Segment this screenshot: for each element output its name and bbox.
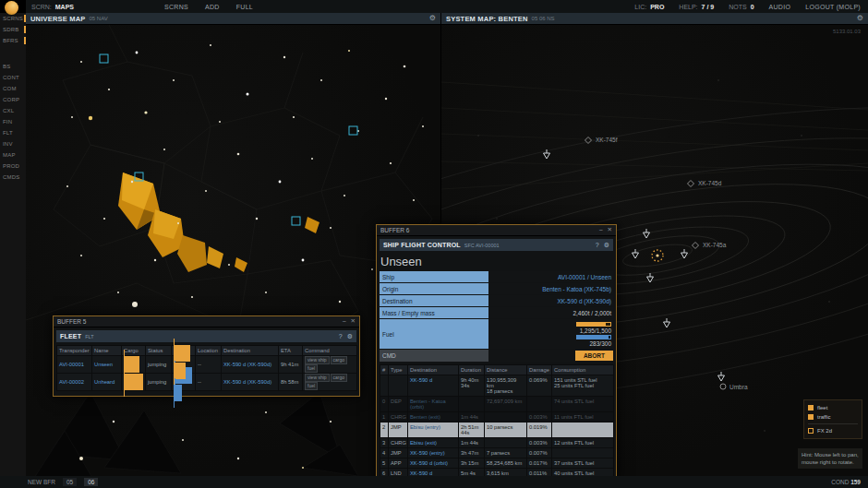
star-benten[interactable] (652, 250, 663, 261)
sidebar-item-map[interactable]: MAP (0, 149, 26, 161)
command-cell: view shipcargofuel (303, 356, 357, 374)
segment-destination-link[interactable]: Benten (exit) (410, 414, 440, 420)
fleet-section-header: FLEET FLT ? ⚙ (56, 330, 356, 342)
view-ship-button[interactable]: view ship (305, 356, 330, 364)
sidebar-item-flt[interactable]: FLT (0, 127, 26, 138)
buffer-tab-06[interactable]: 06 (84, 478, 98, 486)
transponder-link[interactable]: AVI-00002 (59, 379, 84, 385)
close-icon[interactable]: ✕ (608, 227, 612, 233)
fuel-button[interactable]: fuel (305, 382, 318, 390)
flight-segment-row: 1CHRG Benten (exit) 1m 44s 0.003%11 unit… (380, 412, 614, 423)
ship-name-link[interactable]: Unheard (94, 379, 115, 385)
help-label[interactable]: HELP: (679, 4, 697, 10)
audio-button[interactable]: AUDIO (769, 4, 791, 10)
field-origin: Origin Benten - Katoa (XK-745b) (380, 283, 613, 294)
universe-map-title: UNIVERSE MAP (30, 15, 86, 23)
gear-icon[interactable]: ⚙ (429, 15, 436, 22)
minimize-icon[interactable]: – (343, 318, 346, 325)
origin-link[interactable]: Benten - Katoa (XK-745b) (542, 286, 611, 292)
sidebar-item-com[interactable]: COM (0, 83, 26, 94)
segment-destination-link[interactable]: Ebisu (exit) (410, 440, 437, 446)
ship-name-heading: Unseen (380, 255, 612, 268)
sidebar-item-prod[interactable]: PROD (0, 161, 26, 172)
segment-destination-link[interactable]: XK-590 d (orbit) (410, 460, 448, 466)
destination-link[interactable]: XK-590 d (XK-590d) (557, 298, 611, 304)
flight-segment-row: 5APP XK-590 d (orbit) 3h 15m58,254,685 k… (380, 458, 614, 469)
sidebar-item-sdrb[interactable]: SDRB (0, 24, 26, 35)
sector-mesh (26, 25, 432, 348)
cargo-button[interactable]: cargo (331, 374, 348, 382)
nots-label[interactable]: NOTS (729, 4, 746, 10)
apex-logo-icon[interactable] (5, 1, 18, 15)
screens-button[interactable]: SCRNS (164, 4, 188, 10)
screen-value[interactable]: MAPS (55, 4, 74, 10)
buffer5-title: BUFFER 5 (57, 318, 86, 325)
top-bar: SCRN: MAPS SCRNS ADD FULL LIC: PRO HELP:… (0, 0, 868, 13)
legend-option-traffic[interactable]: traffic (808, 412, 858, 422)
segment-destination-link[interactable]: Benten - Katoa (orbit) (410, 399, 446, 410)
segment-destination-link[interactable]: XK-590 (entry) (410, 450, 445, 456)
gear-icon[interactable]: ⚙ (604, 242, 609, 249)
eta-cell: 9h 41m (279, 356, 303, 374)
help-icon[interactable]: ? (339, 333, 343, 340)
destination-link[interactable]: XK-590 d (XK-590d) (223, 379, 271, 385)
transponder-link[interactable]: AVI-00001 (59, 362, 84, 367)
ftl-fuel-bar (576, 335, 611, 339)
fleet-header-row: TransponderName CargoStatus FuelLocation… (57, 346, 357, 356)
system-map-cmd: 05 06 NS (532, 16, 555, 21)
ship-name-link[interactable]: Unseen (94, 362, 113, 367)
sidebar-item-corp[interactable]: CORP (0, 94, 26, 105)
field-cmd: CMD ABORT (380, 350, 613, 362)
buffer6-titlebar[interactable]: BUFFER 6 – ✕ (377, 225, 616, 236)
fleet-row: AVI-00002 Unheard jumping -- XK-590 d (X… (57, 374, 357, 391)
buffer-tab-05[interactable]: 05 (63, 478, 77, 486)
sfc-section-header: SHIP FLIGHT CONTROL SFC AVI-00001 ? ⚙ (380, 239, 613, 251)
fuel-button[interactable]: fuel (305, 364, 318, 373)
checkbox-icon (808, 405, 814, 411)
close-icon[interactable]: ✕ (351, 318, 356, 325)
ship-link[interactable]: AVI-00001 / Unseen (558, 274, 611, 280)
destination-link[interactable]: XK-590 d (XK-590d) (223, 362, 271, 367)
legend-option-fleet[interactable]: fleet (808, 403, 858, 412)
sidebar-item-fin[interactable]: FIN (0, 116, 26, 127)
legend-option-fx2d[interactable]: FX 2d (808, 426, 858, 435)
sidebar-item-inv[interactable]: INV (0, 138, 26, 149)
view-ship-button[interactable]: view ship (305, 374, 330, 382)
sidebar: SCRNS SDRB BFRS BS CONT COM CORP CXL FIN… (0, 13, 26, 476)
status-cell: jumping (146, 356, 172, 374)
field-mass: Mass / Empty mass 2,460t / 2,000t (380, 307, 613, 318)
flight-segment-row-current[interactable]: 2JMP Ebisu (entry) 2h 51m 44s10 parsecs … (380, 423, 614, 438)
field-fuel: Fuel 1,295/1,500 283/300 (380, 319, 613, 349)
svg-text:XK-745f: XK-745f (596, 137, 618, 143)
planet-labels: XK-745f XK-745d XK-745a Umbra (596, 137, 748, 390)
full-button[interactable]: FULL (236, 4, 253, 10)
sidebar-item-cont[interactable]: CONT (0, 72, 26, 83)
sidebar-item-bfrs[interactable]: BFRS (0, 35, 26, 46)
gear-icon[interactable]: ⚙ (347, 333, 353, 340)
system-map-coordinates: 5133.01.03 (833, 29, 861, 34)
fleet-table: TransponderName CargoStatus FuelLocation… (56, 345, 357, 391)
legend-divider (808, 423, 858, 424)
new-buffer-button[interactable]: NEW BFR (28, 479, 55, 485)
minimize-icon[interactable]: – (599, 227, 603, 233)
nots-value[interactable]: 0 (751, 4, 754, 10)
hyperplane-lines (441, 82, 868, 189)
sidebar-item-cxl[interactable]: CXL (0, 105, 26, 116)
logout-button[interactable]: LOGOUT (MOLP) (805, 4, 861, 10)
command-cell: view shipcargofuel (303, 374, 357, 391)
abort-button[interactable]: ABORT (575, 351, 613, 361)
sidebar-item-cmds[interactable]: CMDS (0, 172, 26, 183)
segment-destination-link[interactable]: Ebisu (entry) (410, 424, 440, 430)
help-value[interactable]: 7 / 9 (702, 4, 715, 10)
help-icon[interactable]: ? (596, 242, 599, 249)
cargo-button[interactable]: cargo (331, 356, 348, 364)
location-cell: -- (196, 356, 222, 374)
add-button[interactable]: ADD (205, 4, 220, 10)
sidebar-item-bs[interactable]: BS (0, 61, 26, 72)
svg-text:XK-745a: XK-745a (703, 242, 727, 248)
lic-value: PRO (650, 4, 664, 10)
buffer5-titlebar[interactable]: BUFFER 5 – ✕ (54, 316, 359, 327)
gear-icon[interactable]: ⚙ (857, 15, 863, 22)
stl-fuel-value: 1,295/1,500 (580, 327, 611, 334)
summary-destination-link[interactable]: XK-590 d (410, 377, 432, 383)
